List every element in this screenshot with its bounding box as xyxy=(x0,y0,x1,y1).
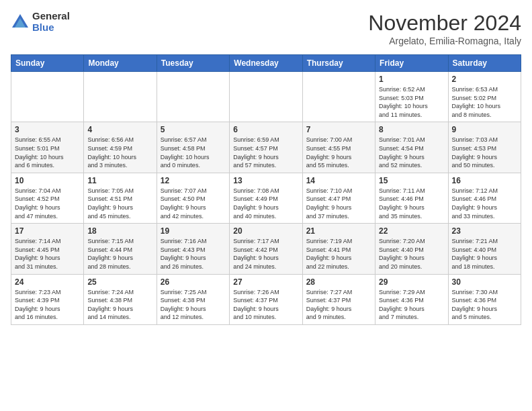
day-number: 13 xyxy=(233,176,298,185)
calendar-cell: 3Sunrise: 6:55 AM Sunset: 5:01 PM Daylig… xyxy=(11,122,84,173)
calendar-cell: 28Sunrise: 7:27 AM Sunset: 4:37 PM Dayli… xyxy=(302,274,375,324)
calendar-cell: 15Sunrise: 7:11 AM Sunset: 4:46 PM Dayli… xyxy=(375,173,448,223)
day-info: Sunrise: 7:30 AM Sunset: 4:36 PM Dayligh… xyxy=(452,288,517,322)
logo-general-text: General xyxy=(32,11,70,22)
calendar-table: SundayMondayTuesdayWednesdayThursdayFrid… xyxy=(11,54,521,325)
calendar-cell: 23Sunrise: 7:21 AM Sunset: 4:40 PM Dayli… xyxy=(448,224,521,274)
day-info: Sunrise: 7:08 AM Sunset: 4:49 PM Dayligh… xyxy=(233,187,298,220)
day-header-saturday: Saturday xyxy=(448,55,521,72)
day-number: 6 xyxy=(233,125,298,134)
day-header-thursday: Thursday xyxy=(302,55,375,72)
calendar-cell: 19Sunrise: 7:16 AM Sunset: 4:43 PM Dayli… xyxy=(157,224,229,274)
day-info: Sunrise: 7:01 AM Sunset: 4:54 PM Dayligh… xyxy=(379,136,444,169)
week-row-4: 17Sunrise: 7:14 AM Sunset: 4:45 PM Dayli… xyxy=(11,224,521,274)
month-title: November 2024 xyxy=(368,11,521,36)
day-info: Sunrise: 7:15 AM Sunset: 4:44 PM Dayligh… xyxy=(87,237,152,271)
calendar-cell: 20Sunrise: 7:17 AM Sunset: 4:42 PM Dayli… xyxy=(230,224,302,274)
week-row-1: 1Sunrise: 6:52 AM Sunset: 5:03 PM Daylig… xyxy=(11,72,521,122)
day-info: Sunrise: 7:26 AM Sunset: 4:37 PM Dayligh… xyxy=(233,288,298,322)
calendar-cell xyxy=(11,72,84,122)
calendar-cell: 17Sunrise: 7:14 AM Sunset: 4:45 PM Dayli… xyxy=(11,224,84,274)
day-number: 21 xyxy=(306,226,371,236)
day-info: Sunrise: 7:10 AM Sunset: 4:47 PM Dayligh… xyxy=(306,187,371,220)
day-info: Sunrise: 7:07 AM Sunset: 4:50 PM Dayligh… xyxy=(161,187,226,220)
calendar-cell: 8Sunrise: 7:01 AM Sunset: 4:54 PM Daylig… xyxy=(375,122,448,173)
day-info: Sunrise: 6:53 AM Sunset: 5:02 PM Dayligh… xyxy=(452,85,517,119)
calendar-cell: 6Sunrise: 6:59 AM Sunset: 4:57 PM Daylig… xyxy=(230,122,302,173)
day-number: 24 xyxy=(15,277,80,287)
day-number: 5 xyxy=(161,125,226,134)
logo: General Blue xyxy=(11,11,70,33)
calendar-cell xyxy=(84,72,157,122)
day-info: Sunrise: 7:17 AM Sunset: 4:42 PM Dayligh… xyxy=(233,237,298,271)
day-number: 25 xyxy=(87,277,152,287)
day-info: Sunrise: 7:14 AM Sunset: 4:45 PM Dayligh… xyxy=(15,237,80,271)
day-number: 2 xyxy=(452,75,517,84)
day-number: 4 xyxy=(87,125,152,134)
day-info: Sunrise: 7:23 AM Sunset: 4:39 PM Dayligh… xyxy=(15,288,80,322)
day-info: Sunrise: 7:24 AM Sunset: 4:38 PM Dayligh… xyxy=(87,288,152,322)
day-number: 27 xyxy=(233,277,298,287)
calendar-cell: 9Sunrise: 7:03 AM Sunset: 4:53 PM Daylig… xyxy=(448,122,521,173)
day-header-tuesday: Tuesday xyxy=(157,55,229,72)
week-row-2: 3Sunrise: 6:55 AM Sunset: 5:01 PM Daylig… xyxy=(11,122,521,173)
day-header-wednesday: Wednesday xyxy=(230,55,302,72)
calendar-cell: 7Sunrise: 7:00 AM Sunset: 4:55 PM Daylig… xyxy=(302,122,375,173)
day-number: 3 xyxy=(15,125,80,134)
day-number: 17 xyxy=(15,226,80,236)
day-number: 19 xyxy=(161,226,226,236)
day-info: Sunrise: 6:57 AM Sunset: 4:58 PM Dayligh… xyxy=(161,136,226,169)
day-number: 29 xyxy=(379,277,444,287)
day-number: 22 xyxy=(379,226,444,236)
day-number: 15 xyxy=(379,176,444,185)
logo-icon xyxy=(11,13,30,32)
calendar-cell: 16Sunrise: 7:12 AM Sunset: 4:46 PM Dayli… xyxy=(448,173,521,223)
calendar-body: 1Sunrise: 6:52 AM Sunset: 5:03 PM Daylig… xyxy=(11,72,521,325)
day-info: Sunrise: 7:05 AM Sunset: 4:51 PM Dayligh… xyxy=(87,187,152,220)
location-text: Argelato, Emilia-Romagna, Italy xyxy=(368,36,521,46)
day-info: Sunrise: 7:27 AM Sunset: 4:37 PM Dayligh… xyxy=(306,288,371,322)
day-info: Sunrise: 6:59 AM Sunset: 4:57 PM Dayligh… xyxy=(233,136,298,169)
calendar-cell: 4Sunrise: 6:56 AM Sunset: 4:59 PM Daylig… xyxy=(84,122,157,173)
day-number: 30 xyxy=(452,277,517,287)
day-info: Sunrise: 6:52 AM Sunset: 5:03 PM Dayligh… xyxy=(379,85,444,119)
day-info: Sunrise: 7:25 AM Sunset: 4:38 PM Dayligh… xyxy=(161,288,226,322)
calendar-cell xyxy=(230,72,302,122)
day-number: 20 xyxy=(233,226,298,236)
day-info: Sunrise: 6:55 AM Sunset: 5:01 PM Dayligh… xyxy=(15,136,80,169)
calendar-cell: 27Sunrise: 7:26 AM Sunset: 4:37 PM Dayli… xyxy=(230,274,302,324)
calendar-cell: 12Sunrise: 7:07 AM Sunset: 4:50 PM Dayli… xyxy=(157,173,229,223)
calendar-cell xyxy=(302,72,375,122)
day-info: Sunrise: 7:04 AM Sunset: 4:52 PM Dayligh… xyxy=(15,187,80,220)
calendar-cell: 13Sunrise: 7:08 AM Sunset: 4:49 PM Dayli… xyxy=(230,173,302,223)
day-info: Sunrise: 7:12 AM Sunset: 4:46 PM Dayligh… xyxy=(452,187,517,220)
week-row-3: 10Sunrise: 7:04 AM Sunset: 4:52 PM Dayli… xyxy=(11,173,521,223)
day-info: Sunrise: 7:03 AM Sunset: 4:53 PM Dayligh… xyxy=(452,136,517,169)
day-info: Sunrise: 7:11 AM Sunset: 4:46 PM Dayligh… xyxy=(379,187,444,220)
day-number: 1 xyxy=(379,75,444,84)
day-number: 16 xyxy=(452,176,517,185)
calendar-cell: 2Sunrise: 6:53 AM Sunset: 5:02 PM Daylig… xyxy=(448,72,521,122)
calendar-cell: 24Sunrise: 7:23 AM Sunset: 4:39 PM Dayli… xyxy=(11,274,84,324)
calendar-cell: 25Sunrise: 7:24 AM Sunset: 4:38 PM Dayli… xyxy=(84,274,157,324)
day-info: Sunrise: 7:19 AM Sunset: 4:41 PM Dayligh… xyxy=(306,237,371,271)
day-info: Sunrise: 7:16 AM Sunset: 4:43 PM Dayligh… xyxy=(161,237,226,271)
calendar-cell: 30Sunrise: 7:30 AM Sunset: 4:36 PM Dayli… xyxy=(448,274,521,324)
day-number: 28 xyxy=(306,277,371,287)
calendar-cell: 1Sunrise: 6:52 AM Sunset: 5:03 PM Daylig… xyxy=(375,72,448,122)
calendar-cell: 29Sunrise: 7:29 AM Sunset: 4:36 PM Dayli… xyxy=(375,274,448,324)
day-number: 23 xyxy=(452,226,517,236)
calendar-cell: 26Sunrise: 7:25 AM Sunset: 4:38 PM Dayli… xyxy=(157,274,229,324)
calendar-cell: 11Sunrise: 7:05 AM Sunset: 4:51 PM Dayli… xyxy=(84,173,157,223)
day-header-monday: Monday xyxy=(84,55,157,72)
day-number: 18 xyxy=(87,226,152,236)
logo-text: General Blue xyxy=(32,11,70,33)
calendar-cell: 10Sunrise: 7:04 AM Sunset: 4:52 PM Dayli… xyxy=(11,173,84,223)
day-header-sunday: Sunday xyxy=(11,55,84,72)
calendar-header: SundayMondayTuesdayWednesdayThursdayFrid… xyxy=(11,55,521,72)
calendar-cell xyxy=(157,72,229,122)
calendar-cell: 5Sunrise: 6:57 AM Sunset: 4:58 PM Daylig… xyxy=(157,122,229,173)
page-header: General Blue November 2024 Argelato, Emi… xyxy=(11,11,521,46)
day-info: Sunrise: 7:00 AM Sunset: 4:55 PM Dayligh… xyxy=(306,136,371,169)
day-number: 11 xyxy=(87,176,152,185)
